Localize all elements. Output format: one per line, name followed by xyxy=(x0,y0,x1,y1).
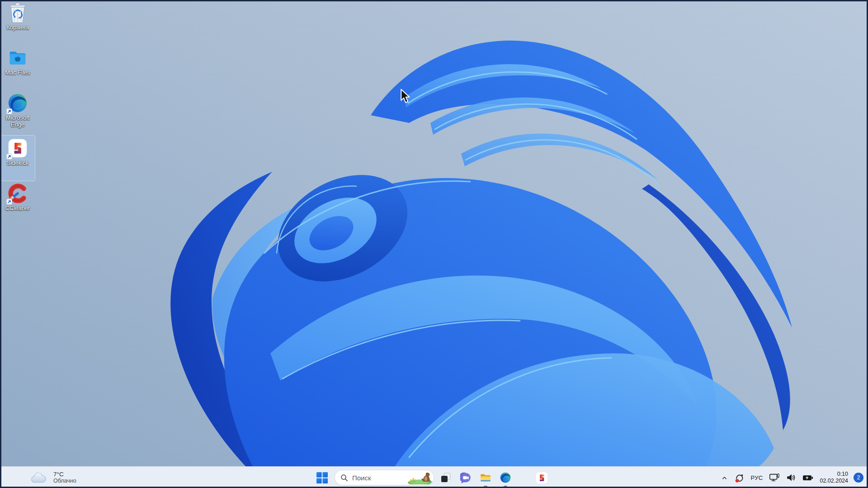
windows-desktop: Корзина Mac Files Microsoft Edge xyxy=(0,0,868,488)
desktop-icon-label: Sidekick xyxy=(7,160,28,167)
sync-tray-button[interactable] xyxy=(731,469,748,487)
running-indicator xyxy=(484,486,487,487)
mac-files-folder-icon xyxy=(7,47,28,69)
start-button[interactable] xyxy=(312,467,332,488)
search-box[interactable] xyxy=(335,470,434,485)
sidekick-icon xyxy=(536,472,548,484)
weather-widget[interactable]: 7°C Облачно xyxy=(25,467,81,488)
task-view-icon xyxy=(440,472,451,483)
sidekick-button[interactable] xyxy=(532,467,552,488)
language-indicator[interactable]: РУС xyxy=(748,469,766,487)
shortcut-arrow-icon xyxy=(6,154,12,160)
groundhog-illustration xyxy=(405,470,433,484)
shortcut-arrow-icon xyxy=(6,199,12,205)
display-tray-button[interactable] xyxy=(766,469,783,487)
desktop-icon-label: CCleaner xyxy=(5,205,30,212)
search-icon xyxy=(340,474,348,482)
desktop-icon-microsoft-edge[interactable]: Microsoft Edge xyxy=(0,90,35,136)
hidden-icons-button[interactable] xyxy=(718,469,731,487)
mouse-cursor xyxy=(400,89,411,104)
display-pen-icon xyxy=(769,472,780,483)
taskbar-center xyxy=(312,467,552,488)
file-explorer-icon xyxy=(480,472,491,483)
system-tray: РУС xyxy=(718,467,866,488)
battery-tray-button[interactable] xyxy=(799,469,817,487)
volume-icon xyxy=(786,473,796,483)
desktop-icon-ccleaner[interactable]: CCleaner xyxy=(0,181,35,226)
battery-charging-icon xyxy=(802,472,814,483)
weather-condition: Облачно xyxy=(53,478,76,484)
recycle-bin-icon xyxy=(7,2,28,23)
edge-icon xyxy=(500,472,511,483)
volume-tray-button[interactable] xyxy=(783,469,799,487)
edge-button[interactable] xyxy=(495,467,515,488)
file-explorer-button[interactable] xyxy=(476,467,495,488)
running-indicator xyxy=(504,486,507,487)
shortcut-arrow-icon xyxy=(6,108,12,114)
desktop-icon-label: Mac Files xyxy=(5,70,30,76)
chat-button[interactable] xyxy=(456,467,476,488)
sidekick-icon xyxy=(7,137,28,159)
desktop-icon-label: Корзина xyxy=(6,24,29,31)
chevron-up-icon xyxy=(721,474,728,481)
cloud-icon xyxy=(30,472,48,484)
clock-time: 0:10 xyxy=(820,471,848,478)
desktop-icon-recycle-bin[interactable]: Корзина xyxy=(0,0,35,45)
clock[interactable]: 0:10 02.02.2024 xyxy=(817,471,851,485)
desktop-icon-sidekick[interactable]: Sidekick xyxy=(0,136,35,181)
clock-date: 02.02.2024 xyxy=(820,478,848,485)
edge-icon xyxy=(7,92,28,114)
desktop-icon-mac-files[interactable]: Mac Files xyxy=(0,45,35,90)
chat-icon xyxy=(460,472,472,483)
ccleaner-icon xyxy=(7,183,28,204)
sync-alert-icon xyxy=(734,473,745,483)
task-view-button[interactable] xyxy=(436,467,456,488)
desktop-icons-column: Корзина Mac Files Microsoft Edge xyxy=(0,0,35,226)
taskbar: 7°C Облачно xyxy=(0,466,868,488)
weather-temperature: 7°C xyxy=(53,471,76,478)
windows-start-icon xyxy=(316,472,328,483)
desktop-icon-label: Microsoft Edge xyxy=(1,115,34,128)
notification-badge[interactable]: 2 xyxy=(854,473,863,483)
wallpaper-bloom xyxy=(0,0,868,488)
search-input[interactable] xyxy=(352,474,411,482)
